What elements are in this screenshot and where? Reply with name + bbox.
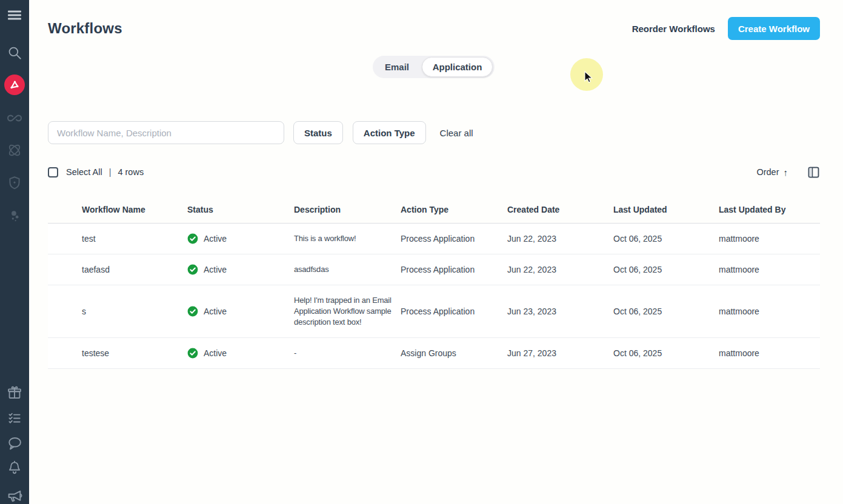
cell-last-updated: Oct 06, 2025 bbox=[613, 254, 719, 285]
clear-all-link[interactable]: Clear all bbox=[440, 128, 473, 138]
status-label: Active bbox=[204, 348, 227, 358]
atom-icon[interactable] bbox=[6, 142, 23, 159]
status-label: Active bbox=[204, 307, 227, 316]
status-label: Active bbox=[204, 265, 227, 274]
header-spacer bbox=[48, 197, 82, 223]
row-spacer bbox=[48, 223, 82, 254]
cell-last-updated: Oct 06, 2025 bbox=[613, 337, 719, 368]
col-workflow-name[interactable]: Workflow Name bbox=[82, 197, 187, 223]
selection-bar: Select All | 4 rows Order ↑ bbox=[48, 166, 819, 178]
gift-icon[interactable] bbox=[7, 385, 23, 401]
cell-status: Active bbox=[187, 254, 294, 285]
order-direction-arrow-icon[interactable]: ↑ bbox=[784, 167, 788, 177]
infinity-icon[interactable] bbox=[6, 110, 23, 127]
menu-icon[interactable] bbox=[8, 9, 21, 22]
cell-created-date: Jun 27, 2023 bbox=[507, 337, 613, 368]
mouse-cursor-icon bbox=[582, 71, 593, 85]
cell-status: Active bbox=[187, 223, 294, 254]
shield-icon[interactable] bbox=[7, 175, 22, 191]
cell-description: - bbox=[294, 337, 401, 368]
tab-application[interactable]: Application bbox=[422, 57, 493, 77]
cell-created-date: Jun 22, 2023 bbox=[507, 254, 613, 285]
active-check-icon bbox=[187, 264, 198, 275]
col-created-date[interactable]: Created Date bbox=[507, 197, 613, 223]
cell-action-type: Process Application bbox=[401, 254, 507, 285]
cell-workflow-name[interactable]: s bbox=[82, 285, 187, 337]
col-last-updated-by[interactable]: Last Updated By bbox=[719, 197, 820, 223]
col-last-updated[interactable]: Last Updated bbox=[613, 197, 719, 223]
cell-action-type: Process Application bbox=[401, 223, 507, 254]
chat-icon[interactable] bbox=[6, 435, 23, 452]
cell-description: asadfsdas bbox=[294, 254, 401, 285]
filter-bar: Status Action Type Clear all bbox=[48, 121, 473, 144]
cell-created-date: Jun 22, 2023 bbox=[507, 223, 613, 254]
active-check-icon bbox=[187, 348, 198, 359]
cell-last-updated-by: mattmoore bbox=[719, 223, 820, 254]
cell-action-type: Assign Groups bbox=[401, 337, 507, 368]
workflows-table: Workflow Name Status Description Action … bbox=[48, 197, 820, 369]
search-icon[interactable] bbox=[7, 45, 22, 61]
cell-last-updated: Oct 06, 2025 bbox=[613, 223, 719, 254]
status-label: Active bbox=[204, 234, 227, 244]
workflow-type-toggle: Email Application bbox=[373, 56, 495, 78]
cell-workflow-name[interactable]: test bbox=[82, 223, 187, 254]
page-header: Workflows Reorder Workflows Create Workf… bbox=[48, 16, 820, 41]
cell-description: Help! I'm trapped in an Email Applicatio… bbox=[294, 285, 401, 337]
cell-workflow-name[interactable]: testese bbox=[82, 337, 187, 368]
action-type-filter-button[interactable]: Action Type bbox=[353, 121, 426, 144]
cell-last-updated-by: mattmoore bbox=[719, 285, 820, 337]
create-workflow-button[interactable]: Create Workflow bbox=[728, 17, 820, 40]
cell-last-updated-by: mattmoore bbox=[719, 337, 820, 368]
table-row[interactable]: taefasd Active asadfsdas Process Applica… bbox=[48, 254, 820, 285]
workflow-table-body: test Active This is a workflow! Process … bbox=[48, 223, 820, 368]
row-spacer bbox=[48, 285, 82, 337]
cell-last-updated-by: mattmoore bbox=[719, 254, 820, 285]
table-row[interactable]: s Active Help! I'm trapped in an Email A… bbox=[48, 285, 820, 337]
col-description[interactable]: Description bbox=[294, 197, 401, 223]
tab-email[interactable]: Email bbox=[373, 62, 421, 72]
cell-created-date: Jun 23, 2023 bbox=[507, 285, 613, 337]
row-spacer bbox=[48, 254, 82, 285]
sidebar bbox=[0, 0, 29, 504]
table-row[interactable]: testese Active - Assign Groups Jun 27, 2… bbox=[48, 337, 820, 368]
cell-description: This is a workflow! bbox=[294, 223, 401, 254]
cell-last-updated: Oct 06, 2025 bbox=[613, 285, 719, 337]
row-spacer bbox=[48, 337, 82, 368]
table-row[interactable]: test Active This is a workflow! Process … bbox=[48, 223, 820, 254]
tasks-checklist-icon[interactable] bbox=[7, 410, 22, 426]
megaphone-icon[interactable] bbox=[6, 487, 23, 504]
status-filter-button[interactable]: Status bbox=[293, 121, 343, 144]
columns-settings-icon[interactable] bbox=[808, 167, 819, 178]
col-action-type[interactable]: Action Type bbox=[401, 197, 507, 223]
select-all-checkbox[interactable] bbox=[48, 167, 58, 177]
table-header-row: Workflow Name Status Description Action … bbox=[48, 197, 820, 223]
active-check-icon bbox=[187, 233, 198, 244]
rows-count: 4 rows bbox=[118, 167, 144, 177]
page-title: Workflows bbox=[48, 20, 122, 37]
cell-action-type: Process Application bbox=[401, 285, 507, 337]
search-input[interactable] bbox=[48, 121, 284, 144]
col-status[interactable]: Status bbox=[187, 197, 294, 223]
cell-status: Active bbox=[187, 337, 294, 368]
active-check-icon bbox=[187, 306, 198, 317]
cell-workflow-name[interactable]: taefasd bbox=[82, 254, 187, 285]
select-all-label: Select All bbox=[66, 167, 102, 177]
reorder-workflows-link[interactable]: Reorder Workflows bbox=[632, 24, 715, 34]
cell-status: Active bbox=[187, 285, 294, 337]
app-logo-icon[interactable] bbox=[4, 75, 25, 95]
separator: | bbox=[109, 167, 112, 177]
order-label[interactable]: Order bbox=[756, 167, 779, 177]
assistant-dots-icon[interactable] bbox=[7, 208, 22, 224]
bell-icon[interactable] bbox=[7, 460, 22, 476]
